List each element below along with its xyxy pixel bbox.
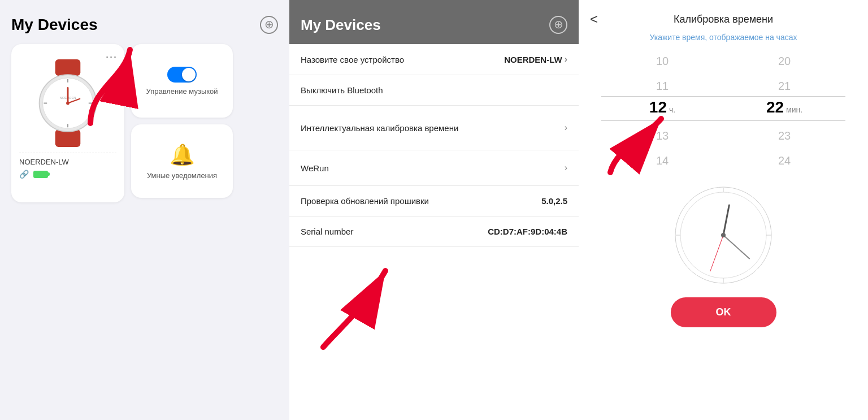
menu-item-label-serial: Serial number bbox=[301, 227, 353, 236]
menu-item-device-name[interactable]: Назовите свое устройство NOERDEN-LW › bbox=[289, 44, 579, 75]
panel1-header: My Devices ⊕ bbox=[11, 16, 278, 34]
settings-menu-list: Назовите свое устройство NOERDEN-LW › Вы… bbox=[289, 44, 579, 420]
panel-time-calibration: < Калибровка времени Укажите время, отоб… bbox=[579, 0, 868, 420]
menu-item-value-firmware: 5.0,2.5 bbox=[541, 196, 567, 206]
hour-10: 10 bbox=[601, 49, 723, 73]
panel2-title: My Devices bbox=[301, 16, 381, 34]
panel3-subtitle: Укажите время, отображаемое на часах bbox=[649, 33, 797, 42]
menu-item-label-device-name: Назовите свое устройство bbox=[301, 55, 404, 64]
panel3-nav: < Калибровка времени bbox=[579, 0, 868, 33]
panel-device-settings: My Devices ⊕ Назовите свое устройство NO… bbox=[289, 0, 579, 420]
watch-image: NOERDEN bbox=[28, 58, 107, 148]
hour-14: 14 bbox=[601, 148, 723, 173]
min-22-row: 22 мин. bbox=[723, 98, 845, 123]
min-23: 23 bbox=[723, 123, 845, 148]
panel2-add-button[interactable]: ⊕ bbox=[549, 16, 567, 34]
minutes-column[interactable]: 20 21 22 мин. 23 24 bbox=[723, 49, 845, 173]
watch-svg: NOERDEN bbox=[31, 59, 105, 147]
menu-item-firmware[interactable]: Проверка обновлений прошивки 5.0,2.5 bbox=[289, 186, 579, 217]
menu-item-value-device-name: NOERDEN-LW › bbox=[504, 54, 567, 64]
menu-item-bluetooth[interactable]: Выключить Bluetooth bbox=[289, 75, 579, 106]
hour-selected: 12 bbox=[649, 98, 667, 116]
back-button[interactable]: < bbox=[590, 11, 598, 27]
menu-item-time-calibration[interactable]: Интеллектуальная калибровка времени › bbox=[289, 106, 579, 150]
device-status-row: 🔗 bbox=[19, 170, 116, 179]
time-picker-columns: 10 11 12 ч. 13 14 20 21 22 мин. 23 24 bbox=[601, 49, 845, 173]
link-icon: 🔗 bbox=[19, 170, 29, 179]
clock-face-container bbox=[672, 184, 774, 288]
notifications-label: Умные уведомления bbox=[147, 171, 217, 180]
chevron-icon-3: › bbox=[565, 163, 567, 173]
feature-card-notifications[interactable]: 🔔 Умные уведомления bbox=[131, 124, 233, 198]
menu-item-label-firmware: Проверка обновлений прошивки bbox=[301, 196, 429, 206]
min-24: 24 bbox=[723, 148, 845, 173]
hour-13: 13 bbox=[601, 123, 723, 148]
add-icon: ⊕ bbox=[264, 19, 274, 30]
panel2-add-icon: ⊕ bbox=[554, 19, 563, 30]
menu-item-serial[interactable]: Serial number CD:D7:AF:9D:04:4B bbox=[289, 217, 579, 247]
battery-icon bbox=[33, 171, 48, 178]
time-picker[interactable]: 10 11 12 ч. 13 14 20 21 22 мин. 23 24 bbox=[579, 49, 868, 173]
devices-grid: ··· NOERDEN bbox=[11, 44, 278, 202]
chevron-icon-0: › bbox=[565, 54, 567, 64]
menu-item-value-serial: CD:D7:AF:9D:04:4B bbox=[488, 227, 567, 236]
menu-item-werun[interactable]: WeRun › bbox=[289, 150, 579, 186]
music-label: Управление музыкой bbox=[146, 87, 218, 96]
hour-11: 11 bbox=[601, 73, 723, 98]
min-21: 21 bbox=[723, 73, 845, 98]
bell-icon: 🔔 bbox=[170, 143, 195, 167]
hours-column[interactable]: 10 11 12 ч. 13 14 bbox=[601, 49, 723, 173]
panel2-header: My Devices ⊕ bbox=[289, 0, 579, 44]
feature-cards-column: Управление музыкой 🔔 Умные уведомления bbox=[131, 44, 233, 202]
panel3-title: Калибровка времени bbox=[604, 14, 843, 25]
hour-12-row: 12 ч. bbox=[601, 98, 723, 123]
menu-item-label-bluetooth: Выключить Bluetooth bbox=[301, 85, 383, 95]
minute-unit: мин. bbox=[786, 105, 802, 114]
svg-rect-0 bbox=[55, 59, 81, 76]
clock-svg bbox=[672, 184, 774, 286]
svg-point-23 bbox=[721, 233, 726, 237]
add-device-button[interactable]: ⊕ bbox=[260, 16, 278, 34]
chevron-icon-2: › bbox=[565, 123, 567, 133]
min-20: 20 bbox=[723, 49, 845, 73]
hour-unit: ч. bbox=[669, 105, 675, 114]
menu-item-label-time-cal: Интеллектуальная калибровка времени bbox=[301, 123, 458, 133]
ok-button[interactable]: OK bbox=[671, 297, 776, 327]
device-card-noerden[interactable]: ··· NOERDEN bbox=[11, 44, 124, 202]
device-name: NOERDEN-LW bbox=[19, 153, 116, 166]
device-menu-dots[interactable]: ··· bbox=[106, 51, 118, 63]
feature-card-music[interactable]: Управление музыкой bbox=[131, 44, 233, 118]
panel1-title: My Devices bbox=[11, 16, 98, 34]
minute-selected: 22 bbox=[766, 98, 784, 116]
svg-point-7 bbox=[66, 101, 70, 105]
menu-item-label-werun: WeRun bbox=[301, 163, 329, 173]
panel-my-devices-home: My Devices ⊕ ··· NOERDEN bbox=[0, 0, 289, 420]
music-toggle[interactable] bbox=[167, 67, 197, 83]
